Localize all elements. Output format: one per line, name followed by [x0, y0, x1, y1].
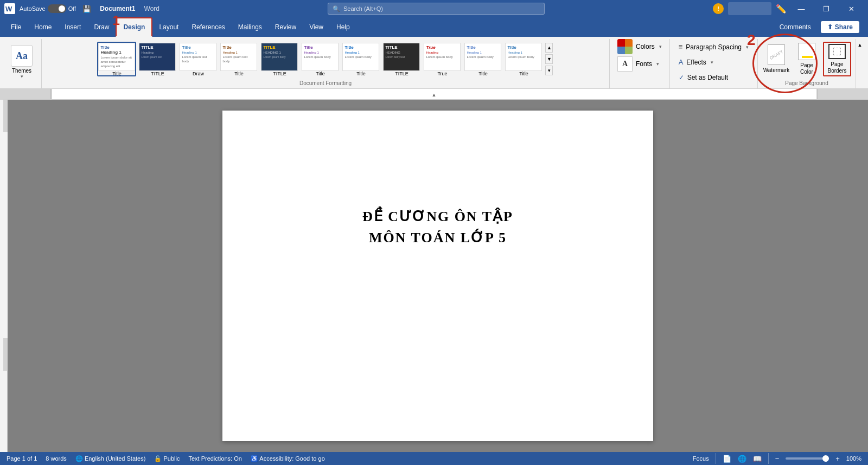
- share-button[interactable]: ⬆ Share: [821, 21, 859, 33]
- tab-references[interactable]: References: [185, 17, 231, 37]
- theme-preview-7: Title Heading 1 Lorem ipsum body: [342, 43, 379, 71]
- ruler-main: ▲: [51, 89, 817, 99]
- tab-design[interactable]: Design 1: [116, 17, 152, 37]
- search-icon: 🔍: [333, 5, 340, 12]
- watermark-button[interactable]: DRAFT Watermark: [762, 42, 790, 76]
- page-borders-label: Page Borders: [825, 61, 849, 74]
- search-box[interactable]: 🔍 Search (Alt+Q): [328, 3, 545, 15]
- save-button[interactable]: 💾: [82, 5, 91, 13]
- svg-rect-7: [3, 338, 8, 371]
- tab-insert[interactable]: Insert: [58, 17, 87, 37]
- theme-name-6: Title: [302, 71, 339, 76]
- set-as-default-button[interactable]: ✓ Set as Default: [674, 70, 732, 85]
- tab-mailings[interactable]: Mailings: [232, 17, 269, 37]
- tab-home[interactable]: Home: [28, 17, 58, 37]
- document-title1: ĐỀ CƯƠNG ÔN TẬP: [266, 208, 610, 225]
- themes-label: Themes: [12, 68, 31, 74]
- tab-view[interactable]: View: [303, 17, 330, 37]
- gallery-scroll[interactable]: ▲ ▼ ▾: [545, 42, 553, 76]
- gallery-expand-button[interactable]: ▾: [545, 66, 553, 75]
- gallery-down-button[interactable]: ▼: [545, 54, 553, 64]
- effects-button[interactable]: A Effects ▾: [674, 55, 718, 69]
- fonts-button[interactable]: A Fonts ▾: [614, 56, 662, 72]
- paragraph-spacing-icon: ≡: [679, 43, 683, 51]
- effects-group-label: [674, 86, 753, 88]
- cf-group-label: [614, 86, 665, 88]
- comments-button[interactable]: Comments: [774, 21, 816, 33]
- colors-fonts-group: Colors ▾ A Fonts ▾: [610, 39, 670, 88]
- tab-draw[interactable]: Draw: [87, 17, 116, 37]
- app-name: Word: [144, 5, 159, 12]
- document-page: ĐỀ CƯƠNG ÔN TẬP MÔN TOÁN LỚP 5: [222, 111, 653, 441]
- accessibility: ♿ Accessibility: Good to go: [251, 455, 325, 462]
- view-read-icon[interactable]: 📖: [753, 455, 762, 463]
- theme-name-4: Title: [220, 71, 257, 76]
- page-background-group: 2 DRAFT Watermark PageColor: [758, 39, 856, 88]
- page-borders-button[interactable]: Page Borders: [823, 42, 851, 76]
- theme-name-5: TITLE: [261, 71, 298, 76]
- zoom-slider[interactable]: [786, 457, 829, 460]
- theme-item-3[interactable]: Title Heading 1 Lorem ipsum text body Dr…: [178, 42, 218, 76]
- fonts-label: Fonts: [636, 60, 652, 68]
- theme-preview-4: Title Heading 1 Lorem ipsum text body: [220, 43, 257, 71]
- colors-button[interactable]: Colors ▾: [614, 39, 665, 54]
- theme-item-8[interactable]: TITLE HEADING Lorem body text TITLE: [382, 42, 421, 76]
- themes-button[interactable]: Aa Themes ▾: [7, 43, 37, 81]
- paragraph-spacing-button[interactable]: ≡ Paragraph Spacing ▾: [674, 40, 753, 54]
- view-print-icon[interactable]: 📄: [723, 455, 731, 463]
- theme-item-4[interactable]: Title Heading 1 Lorem ipsum text body Ti…: [219, 42, 258, 76]
- close-button[interactable]: ✕: [839, 0, 864, 17]
- colors-label: Colors: [636, 43, 655, 50]
- theme-item-default[interactable]: Title Heading 1 Lorem ipsum dolor sit am…: [97, 42, 136, 76]
- svg-text:▲: ▲: [432, 92, 437, 98]
- gallery-up-button[interactable]: ▲: [545, 43, 553, 53]
- document-area[interactable]: ĐỀ CƯƠNG ÔN TẬP MÔN TOÁN LỚP 5: [8, 100, 868, 452]
- zoom-out-button[interactable]: −: [775, 455, 780, 463]
- zoom-level[interactable]: 100%: [846, 455, 861, 462]
- fonts-icon: A: [617, 56, 633, 72]
- tab-file[interactable]: File: [4, 17, 28, 37]
- page-color-button[interactable]: PageColor: [793, 42, 821, 76]
- warning-icon: !: [713, 3, 724, 14]
- search-placeholder: Search (Alt+Q): [343, 5, 383, 12]
- theme-item-7[interactable]: Title Heading 1 Lorem ipsum body Title: [341, 42, 380, 76]
- edit-icon[interactable]: ✏️: [776, 4, 787, 14]
- status-right: Focus 📄 🌐 📖 − + 100%: [693, 453, 861, 464]
- autosave-toggle[interactable]: [48, 4, 66, 13]
- minimize-button[interactable]: —: [789, 0, 814, 17]
- page-bg-content: DRAFT Watermark PageColor Page Bord: [762, 39, 851, 79]
- restore-button[interactable]: ❐: [814, 0, 839, 17]
- theme-item-11[interactable]: Title Heading 1 Lorem ipsum body Title: [504, 42, 543, 76]
- cf-content: Colors ▾ A Fonts ▾: [614, 39, 665, 85]
- para-spacing-arrow-icon: ▾: [746, 44, 749, 50]
- theme-preview-6: Title Heading 1 Lorem ipsum body: [302, 43, 339, 71]
- ribbon-right-actions: Comments ⬆ Share: [774, 21, 864, 33]
- zoom-in-button[interactable]: +: [835, 455, 840, 463]
- page-bg-label: Page Background: [762, 80, 851, 88]
- theme-preview-2: TITLE Heading Lorem ipsum text: [139, 43, 176, 71]
- ribbon-collapse-button[interactable]: ▲: [856, 41, 864, 49]
- tab-review[interactable]: Review: [269, 17, 303, 37]
- statusbar: Page 1 of 1 8 words 🌐 English (United St…: [0, 452, 868, 465]
- theme-item-5[interactable]: TITLE HEADING 1 Lorem ipsum body TITLE: [260, 42, 299, 76]
- tab-help[interactable]: Help: [330, 17, 356, 37]
- tab-layout[interactable]: Layout: [152, 17, 185, 37]
- theme-item-2[interactable]: TITLE Heading Lorem ipsum text TITLE: [138, 42, 177, 76]
- focus-button[interactable]: Focus: [693, 455, 709, 462]
- autosave-state: Off: [68, 5, 76, 12]
- theme-preview-default: Title Heading 1 Lorem ipsum dolor sit am…: [98, 43, 135, 71]
- effects-content: ≡ Paragraph Spacing ▾ A Effects ▾ ✓ Set …: [674, 39, 753, 85]
- page-borders-icon: [828, 44, 846, 59]
- share-icon: ⬆: [827, 23, 833, 31]
- theme-item-6[interactable]: Title Heading 1 Lorem ipsum body Title: [301, 42, 340, 76]
- account-area[interactable]: [728, 2, 771, 15]
- page-indicator: Page 1 of 1: [7, 455, 37, 462]
- ruler-margin-left: [8, 89, 51, 99]
- effects-label: Effects: [686, 59, 706, 66]
- theme-item-10[interactable]: Title Heading 1 Lorem ipsum body Title: [463, 42, 502, 76]
- set-default-label: Set as Default: [687, 74, 728, 81]
- theme-item-9[interactable]: True Heading Lorem ipsum body True: [423, 42, 462, 76]
- language-icon: 🌐: [75, 455, 83, 462]
- view-web-icon[interactable]: 🌐: [738, 455, 746, 463]
- word-count: 8 words: [46, 455, 67, 462]
